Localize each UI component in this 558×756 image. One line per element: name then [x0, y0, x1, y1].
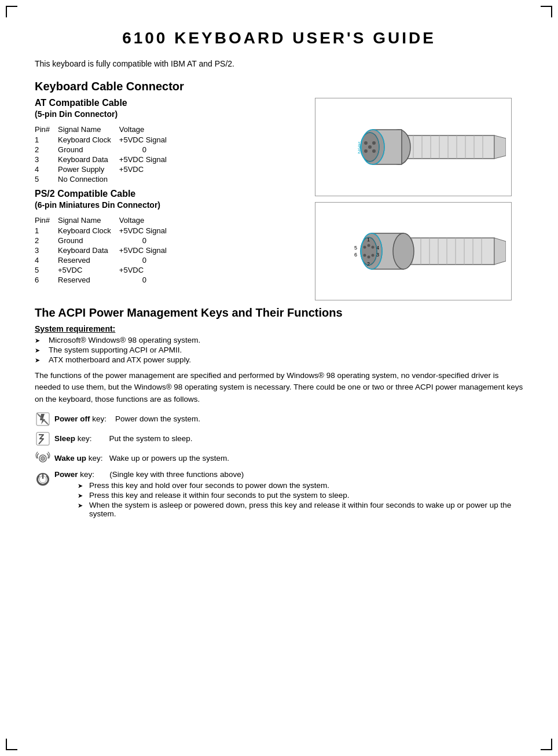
- at-table-header: Pin# Signal Name Voltage: [35, 124, 175, 135]
- power-key-row: Power key: (Single key with three functi…: [35, 470, 523, 519]
- svg-text:5: 5: [354, 245, 357, 251]
- svg-marker-10: [494, 135, 506, 159]
- table-row: 2 Ground 0: [35, 145, 175, 155]
- list-item: ATX motherboard and ATX power supply.: [35, 355, 523, 364]
- svg-point-19: [372, 149, 376, 153]
- wake-up-label: Wake up key: Wake up or powers up the sy…: [54, 454, 229, 463]
- svg-point-37: [393, 233, 414, 269]
- power-key-bold: Power: [54, 470, 78, 479]
- list-item: When the system is asleep or powered dow…: [78, 501, 523, 518]
- power-icon: [35, 471, 51, 487]
- signal-name: No Connection: [58, 174, 119, 184]
- intro-text: This keyboard is fully compatible with I…: [35, 59, 523, 68]
- section2-heading: The ACPI Power Management Keys and Their…: [35, 306, 523, 320]
- left-column: AT Compatible Cable (5-pin Din Connector…: [35, 98, 303, 300]
- ps2-cable-subheading: (6-pin Miniatures Din Connector): [35, 200, 303, 210]
- svg-point-60: [41, 456, 45, 460]
- ps2-col-voltage: Voltage: [119, 215, 175, 226]
- sleep-icon: [35, 431, 51, 447]
- signal-name: Reserved: [58, 255, 119, 265]
- corner-mark-br: [541, 739, 552, 750]
- power-off-key-label: Power off: [54, 414, 90, 423]
- svg-rect-25: [402, 238, 494, 265]
- voltage-val: 0: [119, 236, 175, 245]
- table-row: 1 Keyboard Clock +5VDC Signal: [35, 226, 175, 236]
- power-key-bullets: Press this key and hold over four second…: [54, 481, 523, 518]
- pin-num: 1: [35, 135, 58, 145]
- voltage-val: +5VDC Signal: [119, 245, 175, 255]
- para-text: The functions of the power management ar…: [35, 370, 523, 405]
- pin-num: 3: [35, 245, 58, 255]
- pin-num: 3: [35, 155, 58, 164]
- table-row: 5 No Connection: [35, 174, 175, 184]
- signal-name: Ground: [58, 236, 119, 245]
- corner-mark-tr: [541, 6, 552, 17]
- table-row: 3 Keyboard Data +5VDC Signal: [35, 245, 175, 255]
- svg-text:3: 3: [358, 145, 361, 151]
- svg-point-18: [364, 149, 368, 153]
- svg-point-40: [364, 246, 366, 249]
- voltage-val: +5VDC Signal: [119, 155, 175, 164]
- power-off-key-row: Power off key: Power down the system.: [35, 411, 523, 427]
- voltage-val: 0: [119, 145, 175, 155]
- svg-text:2: 2: [367, 261, 370, 267]
- voltage-val: +5VDC: [119, 164, 175, 174]
- voltage-val: +5VDC Signal: [119, 226, 175, 236]
- list-item: Press this key and release it within fou…: [78, 491, 523, 500]
- svg-marker-35: [494, 238, 506, 265]
- list-item: Press this key and hold over four second…: [78, 481, 523, 490]
- pin-num: 1: [35, 226, 58, 236]
- sleep-label: Sleep key: Put the system to sleep.: [54, 434, 193, 443]
- signal-name: Reserved: [58, 275, 119, 285]
- connector-content: AT Compatible Cable (5-pin Din Connector…: [35, 98, 523, 300]
- at-connector-diagram: 1 2 3: [315, 98, 512, 196]
- pin-num: 6: [35, 275, 58, 285]
- voltage-val: [119, 174, 175, 184]
- right-column: 1 2 3: [315, 98, 523, 300]
- svg-point-15: [364, 141, 368, 145]
- at-col-signal: Signal Name: [58, 124, 119, 135]
- svg-point-16: [372, 141, 376, 145]
- svg-text:6: 6: [354, 252, 357, 258]
- at-col-pin: Pin#: [35, 124, 58, 135]
- signal-name: Keyboard Data: [58, 245, 119, 255]
- signal-name: Power Supply: [58, 164, 119, 174]
- svg-point-17: [368, 145, 372, 149]
- at-cable-table: Pin# Signal Name Voltage 1 Keyboard Cloc…: [35, 124, 175, 184]
- power-off-icon: [35, 411, 51, 427]
- at-cable-heading: AT Compatible Cable: [35, 98, 303, 108]
- wake-up-icon: [35, 450, 51, 467]
- table-row: 4 Power Supply +5VDC: [35, 164, 175, 174]
- requirements-list: Microsoft® Windows® 98 operating system.…: [35, 336, 523, 364]
- svg-point-45: [372, 254, 375, 257]
- sleep-key-label: Sleep: [54, 434, 75, 443]
- power-key-content: Power key: (Single key with three functi…: [54, 470, 523, 519]
- svg-point-41: [368, 244, 370, 247]
- power-off-label: Power off key: Power down the system.: [54, 414, 200, 423]
- pin-num: 2: [35, 145, 58, 155]
- wake-up-key-label: Wake up: [54, 454, 86, 463]
- table-row: 1 Keyboard Clock +5VDC Signal: [35, 135, 175, 145]
- signal-name: Keyboard Clock: [58, 135, 119, 145]
- corner-mark-bl: [6, 739, 17, 750]
- pin-num: 2: [35, 236, 58, 245]
- page-title: 6100 KEYBOARD USER'S GUIDE: [35, 29, 523, 47]
- corner-mark-tl: [6, 6, 17, 17]
- ps2-connector-diagram: 5 6 4 3 1 2: [315, 202, 512, 300]
- signal-name: +5VDC: [58, 265, 119, 275]
- power-key-label-text: Power key: (Single key with three functi…: [54, 470, 244, 479]
- table-row: 3 Keyboard Data +5VDC Signal: [35, 155, 175, 164]
- section2-body: System requirement: Microsoft® Windows® …: [35, 324, 523, 519]
- pin-num: 4: [35, 164, 58, 174]
- ps2-col-pin: Pin#: [35, 215, 58, 226]
- pin-num: 5: [35, 174, 58, 184]
- voltage-val: 0: [119, 275, 175, 285]
- pin-num: 5: [35, 265, 58, 275]
- voltage-val: +5VDC: [119, 265, 175, 275]
- ps2-table-header: Pin# Signal Name Voltage: [35, 215, 175, 226]
- section1-heading: Keyboard Cable Connector: [35, 80, 523, 93]
- voltage-val: 0: [119, 255, 175, 265]
- svg-point-43: [364, 254, 366, 257]
- ps2-cable-heading: PS/2 Compatible Cable: [35, 189, 303, 199]
- list-item: Microsoft® Windows® 98 operating system.: [35, 336, 523, 344]
